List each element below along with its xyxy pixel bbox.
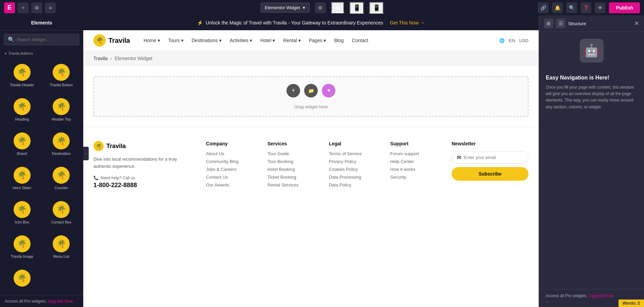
breadcrumb-separator: › xyxy=(110,56,112,61)
announcement-cta[interactable]: Get This Now → xyxy=(390,20,424,25)
widget-item-travila-header[interactable]: 🌴 Travila Header xyxy=(3,59,41,92)
footer-link-3-0[interactable]: Forum support xyxy=(390,151,441,156)
desktop-icon[interactable]: 🖥 xyxy=(331,2,344,13)
phone-icon: 📞 xyxy=(93,176,99,180)
nav-link-pages[interactable]: Pages ▾ xyxy=(306,36,330,45)
footer-link-0-2[interactable]: Jobs & Careers xyxy=(206,167,257,172)
widget-icon-hero-slider: 🌴 xyxy=(14,167,31,184)
widget-item-travila-image[interactable]: 🌴 Travila Image xyxy=(3,230,41,264)
words-badge: Words: 2 xyxy=(619,300,644,307)
footer-tagline: Dive into local recommendations for a tr… xyxy=(93,156,196,170)
chevron-down-icon: ▾ xyxy=(303,5,305,10)
nav-link-destinations[interactable]: Destinations ▾ xyxy=(188,36,225,45)
site-logo[interactable]: 🌴 Travila xyxy=(93,34,130,47)
nav-link-tours[interactable]: Tours ▾ xyxy=(165,36,187,45)
nav-link-rental[interactable]: Rental ▾ xyxy=(280,36,304,45)
widget-selector[interactable]: Elementor Widget ▾ xyxy=(260,3,309,13)
footer-col-list-2: Terms of ServicePrivacy PolicyCookies Po… xyxy=(329,151,380,187)
breadcrumb-home[interactable]: Travila xyxy=(93,56,108,61)
widget-label-travila-button: Travila Button xyxy=(50,83,73,87)
bolt-icon: ⚡ xyxy=(197,20,203,25)
panel-dots: ... xyxy=(546,298,549,303)
footer-link-0-1[interactable]: Community Blog xyxy=(206,159,257,164)
widget-item-icon-box[interactable]: 🌴 Icon Box xyxy=(3,196,41,229)
widget-label-destination: Destination xyxy=(52,151,71,156)
add-widget-button[interactable]: + xyxy=(286,84,300,97)
widget-grid: 🌴 Travila Header 🌴 Travila Button 🌴 Head… xyxy=(0,57,83,295)
elementor-logo[interactable]: E xyxy=(4,2,15,13)
widget-item-more-widget[interactable]: 🌴 xyxy=(3,264,41,294)
site-nav: 🌴 Travila Home ▾Tours ▾Destinations ▾Act… xyxy=(83,30,539,51)
widget-item-travila-button[interactable]: 🌴 Travila Button xyxy=(42,59,81,92)
footer-link-0-4[interactable]: Our Awards xyxy=(206,182,257,187)
widget-item-contact-box[interactable]: 🌴 Contact Box xyxy=(42,196,81,229)
collapse-handle[interactable]: ‹ xyxy=(83,147,89,160)
widget-label-heading: Heading xyxy=(15,117,29,121)
nav-link-blog[interactable]: Blog xyxy=(331,36,347,45)
footer-link-1-2[interactable]: Hotel Booking xyxy=(267,167,319,172)
footer-brand: 🌴 Travila Dive into local recommendation… xyxy=(93,141,196,190)
link-icon[interactable]: 🔗 xyxy=(538,2,549,13)
subscribe-button[interactable]: Subscribe xyxy=(452,167,528,181)
eye-icon[interactable]: 👁 xyxy=(595,2,606,13)
footer-link-1-0[interactable]: Tour Guide xyxy=(267,151,319,156)
template-button[interactable]: 📁 xyxy=(304,84,318,97)
footer-link-0-3[interactable]: Contact Us xyxy=(206,175,257,180)
widget-item-heading[interactable]: 🌴 Heading xyxy=(3,93,41,127)
add-icon[interactable]: ＋ xyxy=(18,2,29,13)
widget-item-counter[interactable]: 🌴 Counter xyxy=(42,162,81,195)
settings-sliders-icon[interactable]: ⚙ xyxy=(31,2,42,13)
widget-item-menu-list[interactable]: 🌴 Menu List xyxy=(42,230,81,264)
search-icon[interactable]: 🔍 xyxy=(566,2,577,13)
footer-link-0-0[interactable]: About Us xyxy=(206,151,257,156)
widget-icon-heading: 🌴 xyxy=(14,98,31,115)
widget-item-destination[interactable]: 🌴 Destination xyxy=(42,127,81,161)
footer-link-3-2[interactable]: How it works xyxy=(390,167,441,172)
drop-zone[interactable]: + 📁 ✦ Drag widget here xyxy=(93,76,528,117)
magic-button[interactable]: ✦ xyxy=(322,84,335,97)
footer-link-2-4[interactable]: Data Policy xyxy=(329,182,380,187)
footer-link-3-1[interactable]: Help Center xyxy=(390,159,441,164)
panel-close-button[interactable]: ✕ xyxy=(634,20,639,27)
footer-link-3-3[interactable]: Security xyxy=(390,175,441,180)
widget-icon-counter: 🌴 xyxy=(53,167,70,184)
panel-list-icon[interactable]: ☰ xyxy=(556,19,565,28)
panel-header-left: ⊞ ☰ Structure xyxy=(544,19,586,28)
bell-icon[interactable]: 🔔 xyxy=(552,2,563,13)
panel-upgrade-link[interactable]: Upgrade Now xyxy=(589,293,614,298)
upgrade-now-link[interactable]: Upgrade Now xyxy=(48,299,73,304)
mobile-icon[interactable]: 📱 xyxy=(369,2,384,14)
publish-button[interactable]: Publish xyxy=(609,2,640,13)
nav-link-home[interactable]: Home ▾ xyxy=(140,36,163,45)
currency-selector[interactable]: USD xyxy=(519,38,528,43)
logo-icon: 🌴 xyxy=(93,34,106,47)
widget-item-hero-slider[interactable]: 🌴 Hero Slider xyxy=(3,162,41,195)
panel-grid-icon[interactable]: ⊞ xyxy=(544,19,553,28)
search-input[interactable] xyxy=(17,37,75,42)
nav-link-contact[interactable]: Contact xyxy=(348,36,371,45)
footer-col-list-0: About UsCommunity BlogJobs & CareersCont… xyxy=(206,151,257,187)
nav-link-activities[interactable]: Activities ▾ xyxy=(226,36,256,45)
footer-link-2-1[interactable]: Privacy Policy xyxy=(329,159,380,164)
footer-link-2-0[interactable]: Terms of Service xyxy=(329,151,380,156)
gear-icon[interactable]: ⚙ xyxy=(315,2,326,13)
widget-icon-brand: 🌴 xyxy=(14,132,31,149)
footer-link-1-4[interactable]: Rental Services xyxy=(267,182,319,187)
footer-link-2-3[interactable]: Data Processing xyxy=(329,175,380,180)
nav-link-hotel[interactable]: Hotel ▾ xyxy=(257,36,279,45)
newsletter-email-input[interactable] xyxy=(464,155,523,160)
footer-link-1-3[interactable]: Ticket Booking xyxy=(267,175,319,180)
tablet-icon[interactable]: 📱 xyxy=(350,2,364,14)
widget-label-icon-box: Icon Box xyxy=(15,220,29,224)
footer-link-2-2[interactable]: Cookies Policy xyxy=(329,167,380,172)
widget-item-header-top[interactable]: 🌴 Header Top xyxy=(42,93,81,127)
help-icon[interactable]: ❓ xyxy=(580,2,591,13)
search-box[interactable]: 🔍 xyxy=(4,34,79,45)
globe-icon: 🌐 xyxy=(499,38,505,43)
footer-link-1-1[interactable]: Tour Booking xyxy=(267,159,319,164)
travila-addons-section[interactable]: Travila Addons xyxy=(0,49,83,57)
layers-icon[interactable]: ≡ xyxy=(45,2,56,13)
panel-content: Easy Navigation is Here! Once you fill y… xyxy=(539,69,644,289)
widget-item-brand[interactable]: 🌴 Brand xyxy=(3,127,41,161)
lang-selector[interactable]: EN xyxy=(509,38,515,43)
